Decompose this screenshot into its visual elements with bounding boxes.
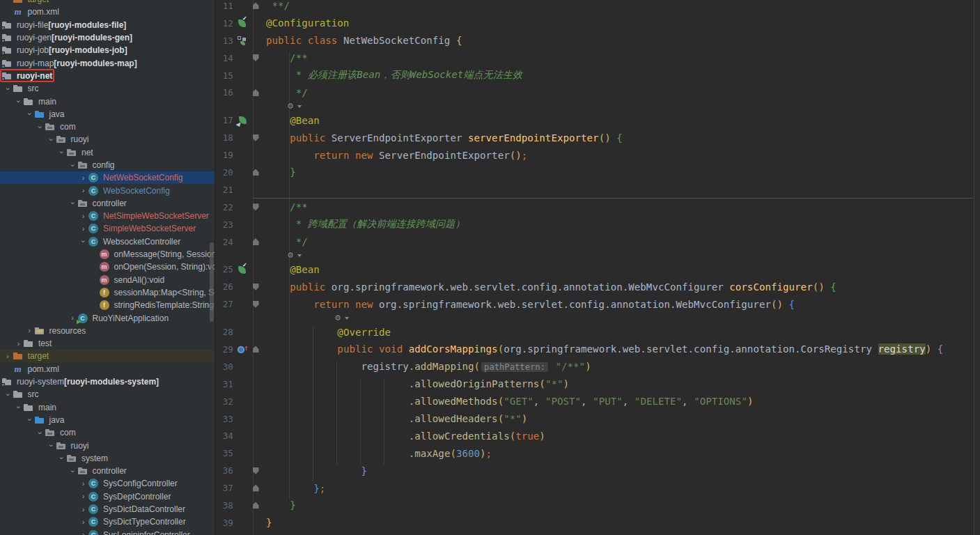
chevron-collapsed-icon[interactable]: › bbox=[79, 225, 88, 233]
tree-item-sysdictdatacontroller[interactable]: ›CSysDictDataController bbox=[0, 503, 215, 515]
tree-item-com[interactable]: ›com bbox=[0, 426, 215, 439]
tree-item-target[interactable]: ›target bbox=[0, 350, 215, 362]
chevron-collapsed-icon[interactable]: › bbox=[68, 314, 77, 322]
tree-item-java[interactable]: ›java bbox=[0, 414, 215, 426]
tree-item-sysdicttypecontroller[interactable]: ›CSysDictTypeController bbox=[0, 515, 215, 528]
fold-marker-end[interactable] bbox=[253, 346, 259, 352]
tree-item-websocketcontroller[interactable]: ›CWebsocketController bbox=[0, 235, 215, 248]
chevron-expanded-icon[interactable]: › bbox=[15, 97, 22, 106]
tree-item-ruoyi[interactable]: ›ruoyi bbox=[0, 133, 215, 146]
tree-item-ruoyi-job[interactable]: ruoyi-job [ruoyi-modules-job] bbox=[0, 44, 215, 56]
fold-marker-open[interactable] bbox=[253, 467, 259, 474]
tree-item-system[interactable]: ›system bbox=[0, 452, 215, 465]
tree-item-sysdeptcontroller[interactable]: ›CSysDeptController bbox=[0, 490, 215, 503]
tree-item-ruoyi-gen[interactable]: ruoyi-gen [ruoyi-modules-gen] bbox=[0, 31, 215, 44]
tree-item-ruoyi-net[interactable]: ruoyi-net bbox=[0, 70, 215, 82]
chevron-expanded-icon[interactable]: › bbox=[26, 415, 33, 424]
chevron-expanded-icon[interactable]: › bbox=[47, 441, 55, 450]
tree-item-sendall-void[interactable]: msendAll():void bbox=[0, 274, 215, 286]
tree-item-main[interactable]: ›main bbox=[0, 95, 215, 107]
code-editor[interactable]: 11 **/12✓@Configuration13public class Ne… bbox=[215, 0, 980, 535]
chevron-expanded-icon[interactable]: › bbox=[58, 453, 65, 463]
chevron-collapsed-icon[interactable]: › bbox=[25, 327, 34, 334]
chevron-expanded-icon[interactable]: › bbox=[26, 109, 33, 118]
fold-marker-end[interactable] bbox=[253, 238, 259, 245]
tree-item-onopen-session-string-void[interactable]: monOpen(Session, String):void bbox=[0, 261, 215, 273]
fold-marker-end[interactable] bbox=[253, 502, 259, 509]
chevron-collapsed-icon[interactable]: › bbox=[14, 340, 23, 348]
tree-item-target[interactable]: target bbox=[0, 0, 215, 6]
fold-marker-open[interactable] bbox=[253, 54, 259, 61]
spring-bean-nav-icon[interactable]: ◀ bbox=[236, 115, 250, 126]
tree-item-config[interactable]: ›config bbox=[0, 159, 215, 171]
tree-item-src[interactable]: ›src bbox=[0, 388, 215, 401]
chevron-collapsed-icon[interactable]: › bbox=[79, 493, 88, 500]
tree-item-src[interactable]: ›src bbox=[0, 82, 215, 95]
fold-marker-open[interactable] bbox=[253, 301, 259, 308]
chevron-expanded-icon[interactable]: › bbox=[69, 161, 77, 170]
tree-item-main[interactable]: ›main bbox=[0, 401, 215, 414]
tree-item-controller[interactable]: ›controller bbox=[0, 197, 215, 210]
chevron-collapsed-icon[interactable]: › bbox=[79, 506, 88, 513]
chevron-expanded-icon[interactable]: › bbox=[69, 199, 77, 208]
tree-item-com[interactable]: ›com bbox=[0, 121, 215, 133]
chevron-expanded-icon[interactable]: › bbox=[36, 428, 44, 437]
tree-item-test[interactable]: ›test bbox=[0, 337, 215, 350]
tree-item-ruoyinetapplication[interactable]: ›CRuoYiNetApplication bbox=[0, 311, 215, 324]
tree-item-sysconfigcontroller[interactable]: ›CSysConfigController bbox=[0, 477, 215, 490]
tree-item-java[interactable]: ›java bbox=[0, 108, 215, 121]
tree-item-websocketconfig[interactable]: ›CWebSocketConfig bbox=[0, 184, 215, 196]
code-token: NetWebSocketConfig bbox=[343, 35, 456, 46]
fold-marker-open[interactable] bbox=[253, 284, 259, 290]
chevron-expanded-icon[interactable]: › bbox=[79, 237, 87, 246]
fold-marker-open[interactable] bbox=[253, 203, 259, 210]
chevron-expanded-icon[interactable]: › bbox=[4, 84, 12, 93]
gear-icon[interactable]: ⚙ bbox=[334, 314, 341, 322]
spring-hint-inlay[interactable]: ⚙ bbox=[215, 313, 980, 323]
chevron-collapsed-icon[interactable]: › bbox=[79, 187, 88, 194]
tree-item-ruoyi-system[interactable]: ruoyi-system [ruoyi-modules-system] bbox=[0, 375, 215, 388]
spring-bean-icon[interactable]: ✓ bbox=[236, 264, 250, 275]
spring-hint-inlay[interactable]: ⚙ bbox=[215, 101, 980, 111]
tree-item-netwebsocketconfig[interactable]: ›CNetWebSocketConfig bbox=[0, 171, 215, 184]
tree-item-netsimplewebsocketserver[interactable]: ›CNetSimpleWebSocketServer bbox=[0, 210, 215, 222]
tree-item-ruoyi-file[interactable]: ruoyi-file [ruoyi-modules-file] bbox=[0, 19, 215, 31]
editor-scrollbar[interactable] bbox=[974, 0, 980, 535]
chevron-collapsed-icon[interactable]: › bbox=[79, 518, 88, 526]
project-tree-scrollbar[interactable] bbox=[210, 242, 214, 322]
chevron-expanded-icon[interactable]: › bbox=[47, 135, 55, 144]
tree-item-resources[interactable]: ›resources bbox=[0, 325, 215, 337]
chevron-expanded-icon[interactable]: › bbox=[58, 148, 65, 157]
tree-item-controller[interactable]: ›controller bbox=[0, 465, 215, 477]
spring-diagram-icon[interactable] bbox=[236, 35, 250, 46]
chevron-collapsed-icon[interactable]: › bbox=[79, 531, 88, 535]
chevron-expanded-icon[interactable]: › bbox=[36, 123, 44, 132]
tree-item-pom-xml[interactable]: mpom.xml bbox=[0, 6, 215, 18]
spring-bean-icon[interactable]: ✓ bbox=[236, 17, 250, 29]
fold-marker-end[interactable] bbox=[253, 485, 259, 492]
tree-item-simplewebsocketserver[interactable]: ›CSimpleWebSocketServer bbox=[0, 222, 215, 235]
tree-item-net[interactable]: ›net bbox=[0, 146, 215, 159]
tree-item-stringredistemplate-stringredistemplate[interactable]: fstringRedisTemplate:StringRedisTemplate bbox=[0, 299, 215, 311]
tree-item-pom-xml[interactable]: mpom.xml bbox=[0, 363, 215, 375]
chevron-expanded-icon[interactable]: › bbox=[15, 403, 22, 412]
fold-marker-end[interactable] bbox=[253, 2, 259, 9]
gear-icon[interactable]: ⚙ bbox=[287, 102, 294, 110]
spring-hint-inlay[interactable]: ⚙ bbox=[215, 250, 980, 261]
tree-item-ruoyi-map[interactable]: ruoyi-map [ruoyi-modules-map] bbox=[0, 56, 215, 69]
chevron-expanded-icon[interactable]: › bbox=[4, 390, 12, 399]
fold-marker-end[interactable] bbox=[253, 89, 259, 96]
chevron-collapsed-icon[interactable]: › bbox=[79, 480, 88, 488]
tree-item-ruoyi[interactable]: ›ruoyi bbox=[0, 439, 215, 451]
fold-marker-end[interactable] bbox=[253, 169, 259, 176]
chevron-collapsed-icon[interactable]: › bbox=[3, 352, 13, 360]
fold-marker-open[interactable] bbox=[253, 134, 259, 141]
tree-item-syslogininforcontroller[interactable]: ›CSysLogininforController bbox=[0, 528, 215, 535]
chevron-collapsed-icon[interactable]: › bbox=[79, 174, 88, 182]
overriding-method-icon[interactable]: ↑ bbox=[236, 343, 250, 355]
chevron-collapsed-icon[interactable]: › bbox=[79, 212, 88, 220]
gear-icon[interactable]: ⚙ bbox=[287, 251, 294, 259]
tree-item-sessionmap-map-string-session-[interactable]: fsessionMap:Map<String, Session> bbox=[0, 286, 215, 299]
tree-item-onmessage-string-session-string-void[interactable]: monMessage(String, Session, String):void bbox=[0, 248, 215, 261]
chevron-expanded-icon[interactable]: › bbox=[69, 467, 77, 476]
